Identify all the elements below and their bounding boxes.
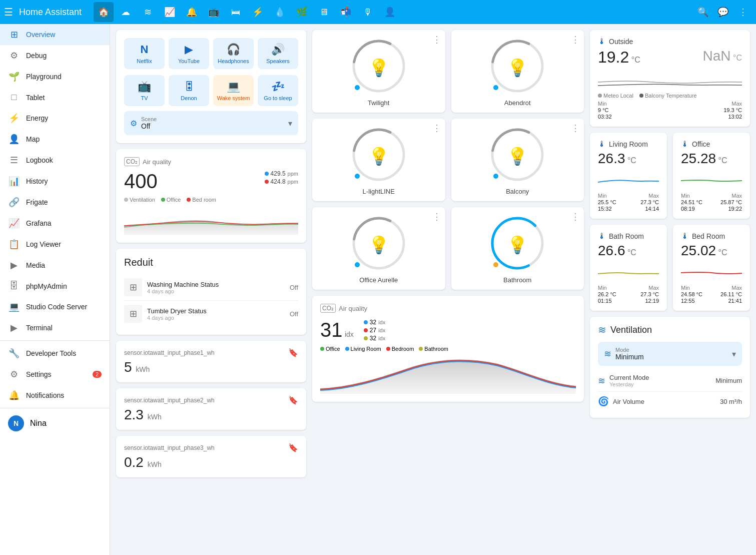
light-menu-office-aurelle[interactable]: ⋮ [432,211,441,222]
nav-energy[interactable]: ⚡ [248,2,268,22]
sidebar-item-frigate[interactable]: 🔗 Frigate [0,192,110,213]
light-menu-balcony[interactable]: ⋮ [571,123,580,134]
light-card-balcony[interactable]: ⋮ 💡 Balcony [451,119,584,201]
map-icon: 👤 [8,134,20,145]
sleep-icon: 💤 [271,80,285,93]
sidebar-item-media[interactable]: ▶ Media [0,255,110,276]
bdr-min-time: 12:55 [681,298,702,304]
outside-temp-main: 19.2 °C NaN °C [598,48,742,67]
br-min-time: 01:15 [598,298,616,304]
light-card-twilight[interactable]: ⋮ 💡 Twilight [312,30,445,113]
nav-user[interactable]: 👤 [380,2,400,22]
room-temps-grid: 🌡 Living Room 26.3 °C Min [590,133,750,311]
search-icon[interactable]: 🔍 [694,3,712,21]
sidebar-item-map[interactable]: 👤 Map [0,129,110,150]
sidebar-item-logviewer[interactable]: 📋 Log Viewer [0,234,110,255]
light-card-bathroom[interactable]: ⋮ 💡 Bathroom [451,207,584,290]
tv-button[interactable]: 📺 TV [124,75,165,106]
sidebar-item-tablet[interactable]: □ Tablet [0,87,110,108]
scene-selector[interactable]: ⚙ Scene Off ▾ [124,111,298,135]
sidebar: ⊞ Overview ⚙ Debug 🌱 Playground □ Tablet… [0,24,110,555]
right-column: 🌡 Outside 19.2 °C NaN °C [590,30,750,549]
content: N Netflix ▶ YouTube 🎧 Headphones 🔊 Speak… [110,24,756,555]
living-room-value: 26.3 °C [598,151,659,167]
sleep-button[interactable]: 💤 Go to sleep [258,75,298,106]
svg-text:💡: 💡 [507,58,528,78]
living-room-temp-icon: 🌡 [598,140,606,149]
living-room-chart [598,170,659,190]
bath-room-header: 🌡 Bath Room [598,232,659,241]
map-label: Map [26,135,40,143]
svg-text:💡: 💡 [368,146,390,167]
nav-mic[interactable]: 🎙 [358,2,378,22]
sidebar-item-notifications[interactable]: 🔔 Notifications [0,385,110,406]
sidebar-item-history[interactable]: 📊 History [0,171,110,192]
br-min-val: 26.2 °C [598,291,616,297]
wake-button[interactable]: 💻 Wake system [213,75,254,106]
sidebar-item-logbook[interactable]: ☰ Logbook [0,150,110,171]
main-layout: ⊞ Overview ⚙ Debug 🌱 Playground □ Tablet… [0,24,756,555]
sidebar-item-settings[interactable]: ⚙ Settings 2 [0,364,110,385]
vent-mode-info: Mode Minimum [615,347,728,361]
chat-icon[interactable]: 💬 [714,3,732,21]
office-stats: Min 24.51 °C 08:19 Max 25.87 °C 19:22 [681,193,742,212]
bed-room-header: 🌡 Bed Room [681,232,742,241]
bed-room-celsius: °C [718,248,727,257]
light-menu-llightline[interactable]: ⋮ [432,123,441,134]
sidebar-divider-2 [0,408,110,408]
nav-monitor[interactable]: 🖥 [314,2,334,22]
nav-tv[interactable]: 📺 [204,2,224,22]
sidebar-item-grafana[interactable]: 📈 Grafana [0,213,110,234]
nav-chart[interactable]: 📈 [160,2,180,22]
nav-mail[interactable]: 📬 [336,2,356,22]
living-room-val: 26.3 [598,151,625,166]
balcony-legend: Balcony Temperature [639,93,697,99]
aq-value: 400 [124,170,158,193]
menu-icon[interactable]: ☰ [4,6,13,18]
sidebar-item-debug[interactable]: ⚙ Debug [0,45,110,66]
office-temp-card: 🌡 Office 25.28 °C Min [673,133,750,219]
light-menu-bathroom[interactable]: ⋮ [571,211,580,222]
nav-home[interactable]: 🏠 [94,2,114,22]
sidebar-item-terminal[interactable]: ▶ Terminal [0,317,110,338]
nav-bell[interactable]: 🔔 [182,2,202,22]
denon-button[interactable]: 🎛 Denon [169,75,209,106]
nav-lines[interactable]: ≋ [138,2,158,22]
vent-air-volume-info: Air Volume [613,398,716,405]
sensor-value-1: 5 kWh [124,359,298,375]
sidebar-item-devtools[interactable]: 🔧 Developer Tools [0,343,110,364]
sidebar-item-overview[interactable]: ⊞ Overview [0,24,110,45]
more-icon[interactable]: ⋮ [734,3,752,21]
light-menu-abendrot[interactable]: ⋮ [571,34,580,45]
svg-text:💡: 💡 [507,235,528,255]
light-name-office-aurelle: Office Aurelle [359,276,398,284]
light-card-office-aurelle[interactable]: ⋮ 💡 Office Aurelle [312,207,445,290]
netflix-button[interactable]: N Netflix [124,38,165,69]
lr-max: Max 27.3 °C 14:14 [640,193,659,212]
bdr-max-val: 26.11 °C [720,291,742,297]
sidebar-user[interactable]: N Nina [0,410,110,436]
sidebar-item-energy[interactable]: ⚡ Energy [0,108,110,129]
logviewer-label: Log Viewer [26,240,61,248]
aq-legend-mid-office-label: Office [326,346,340,352]
nav-leaf[interactable]: 🌿 [292,2,312,22]
vent-current-mode-sub: Yesterday [609,381,711,387]
sidebar-item-phpmyadmin[interactable]: 🗄 phpMyAdmin [0,276,110,296]
vent-mode-row[interactable]: ≋ Mode Minimum ▾ [598,342,742,366]
washing-machine-row: ⊞ Washing Machine Status 4 days ago Off [124,274,298,301]
sidebar-item-playground[interactable]: 🌱 Playground [0,66,110,87]
nav-drop[interactable]: 💧 [270,2,290,22]
headphones-button[interactable]: 🎧 Headphones [213,38,254,69]
vent-mode-label: Mode [615,347,728,353]
sensor-card-1: sensor.iotawatt_input_phase1_wh 🔖 5 kWh [116,341,306,382]
light-card-abendrot[interactable]: ⋮ 💡 Abendrot [451,30,584,113]
bath-room-temp-card: 🌡 Bath Room 26.6 °C Min [590,225,667,311]
light-card-llightline[interactable]: ⋮ 💡 L-lightLINE [312,119,445,201]
light-menu-twilight[interactable]: ⋮ [432,34,441,45]
nav-bed[interactable]: 🛏 [226,2,246,22]
speakers-button[interactable]: 🔊 Speakers [258,38,298,69]
nav-climate[interactable]: ☁ [116,2,136,22]
youtube-button[interactable]: ▶ YouTube [169,38,209,69]
history-label: History [26,177,48,185]
sidebar-item-studio-code[interactable]: 💻 Studio Code Server [0,296,110,317]
